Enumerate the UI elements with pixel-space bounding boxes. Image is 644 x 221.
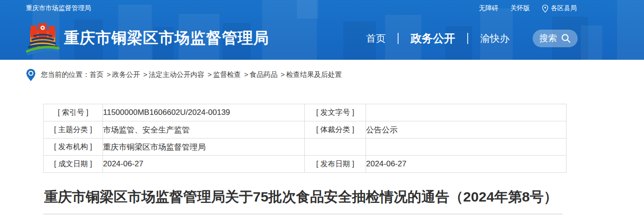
meta-table-row: [ 索引号 ]11500000MB1606602U/2024-00139[ 发文… — [44, 104, 567, 121]
topbar-quick-links: 无障碍 关怀版 各区县局 — [479, 4, 577, 13]
care-version-link[interactable]: 关怀版 — [510, 4, 530, 13]
accessibility-link[interactable]: 无障碍 — [479, 4, 498, 13]
breadcrumb-link[interactable]: 食品药品 — [250, 70, 277, 78]
breadcrumb-separator: > — [208, 70, 212, 78]
search-button-label: 搜索 — [540, 32, 557, 44]
main-nav: 首页 政务公开 渝快办 搜索 — [366, 30, 578, 47]
meta-value-cell: 2024-06-27 — [366, 156, 567, 173]
topbar: 重庆市市场监督管理局 无障碍 关怀版 各区县局 — [0, 0, 644, 17]
breadcrumb-link[interactable]: 监督检查 — [213, 70, 241, 78]
district-bureaus-link[interactable]: 各区县局 — [542, 4, 577, 13]
parent-site-link[interactable]: 重庆市市场监督管理局 — [26, 4, 91, 13]
meta-table-row: [ 主题分类 ]市场监管、安全生产监管[ 体裁分类 ]公告公示 — [44, 121, 567, 139]
agency-logo[interactable] — [26, 22, 59, 55]
document-meta-table: [ 索引号 ]11500000MB1606602U/2024-00139[ 发文… — [43, 104, 567, 173]
location-marker-icon — [26, 69, 36, 82]
meta-label-cell: [ 主题分类 ] — [44, 121, 103, 139]
meta-value-cell — [366, 139, 567, 156]
nav-government-affairs[interactable]: 政务公开 — [411, 31, 455, 46]
breadcrumb-separator: > — [107, 70, 111, 78]
breadcrumb-link[interactable]: 法定主动公开内容 — [149, 70, 205, 78]
meta-value-cell: 11500000MB1606602U/2024-00139 — [103, 104, 305, 121]
nav-divider — [398, 33, 399, 44]
meta-value-cell: 市场监管、安全生产监管 — [103, 121, 305, 139]
search-icon — [561, 33, 571, 44]
meta-label-cell: [ 发文字号 ] — [305, 104, 366, 121]
meta-value-cell: 重庆市铜梁区市场监督管理局 — [103, 139, 305, 156]
meta-label-cell — [305, 139, 366, 156]
article-title: 重庆市铜梁区市场监督管理局关于75批次食品安全抽检情况的通告（2024年第8号） — [44, 186, 566, 208]
meta-value-cell: 公告公示 — [366, 121, 567, 139]
location-pin-icon — [542, 5, 548, 13]
search-button[interactable]: 搜索 — [533, 30, 578, 47]
nav-home[interactable]: 首页 — [366, 32, 386, 45]
breadcrumb-link[interactable]: 首页 — [90, 70, 103, 78]
meta-table-row: [ 成文日期 ]2024-06-27[ 发布日期 ]2024-06-27 — [44, 156, 567, 173]
title-divider — [43, 214, 563, 215]
breadcrumb-prefix: 您当前的位置： — [41, 70, 90, 78]
meta-table-row: [ 发布机构 ]重庆市铜梁区市场监督管理局 — [44, 139, 567, 156]
breadcrumb-link[interactable]: 检查结果及后处置 — [286, 70, 342, 78]
nav-divider — [467, 33, 468, 44]
masthead: 重庆市铜梁区市场监督管理局 首页 政务公开 渝快办 搜索 — [0, 17, 644, 60]
meta-label-cell: [ 发布机构 ] — [44, 139, 103, 156]
breadcrumb-link[interactable]: 政务公开 — [112, 70, 140, 78]
meta-value-cell: 2024-06-27 — [103, 156, 305, 173]
breadcrumb-trail: 您当前的位置：首页>政务公开>法定主动公开内容>监督检查>食品药品>检查结果及后… — [41, 70, 342, 79]
meta-label-cell: [ 发布日期 ] — [305, 156, 366, 173]
breadcrumb-separator: > — [281, 70, 285, 78]
breadcrumb-separator: > — [244, 70, 248, 78]
nav-yukuaiban[interactable]: 渝快办 — [480, 32, 509, 45]
site-title[interactable]: 重庆市铜梁区市场监督管理局 — [64, 28, 269, 49]
meta-label-cell: [ 体裁分类 ] — [305, 121, 366, 139]
breadcrumb-separator: > — [143, 70, 148, 78]
meta-label-cell: [ 索引号 ] — [44, 104, 103, 121]
breadcrumb: 您当前的位置：首页>政务公开>法定主动公开内容>监督检查>食品药品>检查结果及后… — [0, 60, 644, 83]
district-bureaus-label: 各区县局 — [551, 4, 577, 13]
site-header: 重庆市市场监督管理局 无障碍 关怀版 各区县局 — [0, 0, 644, 60]
meta-label-cell: [ 成文日期 ] — [44, 156, 103, 173]
content-area: [ 索引号 ]11500000MB1606602U/2024-00139[ 发文… — [43, 104, 566, 215]
meta-value-cell — [366, 104, 567, 121]
